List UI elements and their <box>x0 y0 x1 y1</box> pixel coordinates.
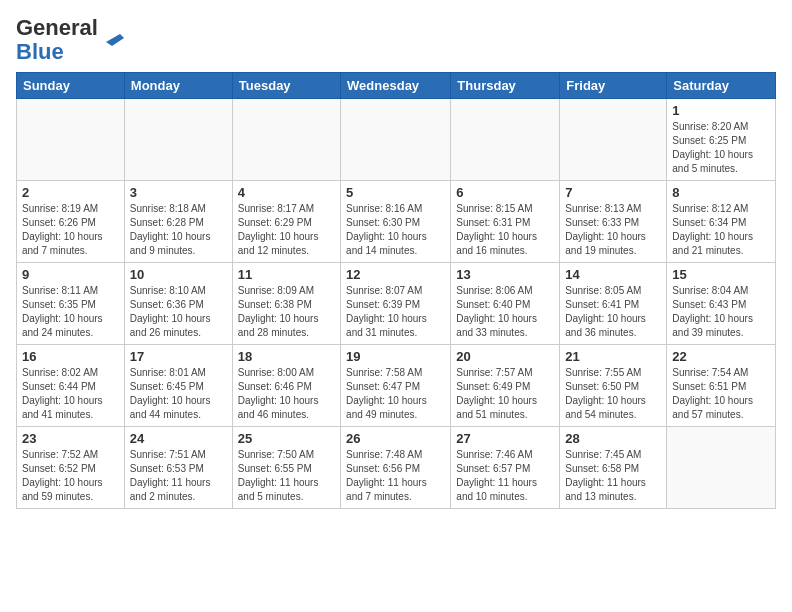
table-row: 13Sunrise: 8:06 AM Sunset: 6:40 PM Dayli… <box>451 263 560 345</box>
day-number: 26 <box>346 431 445 446</box>
table-row: 4Sunrise: 8:17 AM Sunset: 6:29 PM Daylig… <box>232 181 340 263</box>
table-row <box>17 99 125 181</box>
table-row <box>451 99 560 181</box>
day-number: 25 <box>238 431 335 446</box>
table-row: 28Sunrise: 7:45 AM Sunset: 6:58 PM Dayli… <box>560 427 667 509</box>
table-row: 7Sunrise: 8:13 AM Sunset: 6:33 PM Daylig… <box>560 181 667 263</box>
day-info: Sunrise: 8:05 AM Sunset: 6:41 PM Dayligh… <box>565 284 661 340</box>
day-info: Sunrise: 8:10 AM Sunset: 6:36 PM Dayligh… <box>130 284 227 340</box>
table-row <box>232 99 340 181</box>
table-row: 9Sunrise: 8:11 AM Sunset: 6:35 PM Daylig… <box>17 263 125 345</box>
table-row: 17Sunrise: 8:01 AM Sunset: 6:45 PM Dayli… <box>124 345 232 427</box>
table-row: 15Sunrise: 8:04 AM Sunset: 6:43 PM Dayli… <box>667 263 776 345</box>
day-info: Sunrise: 7:51 AM Sunset: 6:53 PM Dayligh… <box>130 448 227 504</box>
table-row: 8Sunrise: 8:12 AM Sunset: 6:34 PM Daylig… <box>667 181 776 263</box>
day-number: 9 <box>22 267 119 282</box>
day-info: Sunrise: 7:45 AM Sunset: 6:58 PM Dayligh… <box>565 448 661 504</box>
day-number: 6 <box>456 185 554 200</box>
table-row: 1Sunrise: 8:20 AM Sunset: 6:25 PM Daylig… <box>667 99 776 181</box>
day-number: 24 <box>130 431 227 446</box>
table-row: 27Sunrise: 7:46 AM Sunset: 6:57 PM Dayli… <box>451 427 560 509</box>
table-row: 25Sunrise: 7:50 AM Sunset: 6:55 PM Dayli… <box>232 427 340 509</box>
table-row: 23Sunrise: 7:52 AM Sunset: 6:52 PM Dayli… <box>17 427 125 509</box>
calendar-week-row: 23Sunrise: 7:52 AM Sunset: 6:52 PM Dayli… <box>17 427 776 509</box>
table-row: 14Sunrise: 8:05 AM Sunset: 6:41 PM Dayli… <box>560 263 667 345</box>
day-info: Sunrise: 7:54 AM Sunset: 6:51 PM Dayligh… <box>672 366 770 422</box>
day-number: 23 <box>22 431 119 446</box>
table-row <box>124 99 232 181</box>
day-info: Sunrise: 8:17 AM Sunset: 6:29 PM Dayligh… <box>238 202 335 258</box>
day-info: Sunrise: 8:04 AM Sunset: 6:43 PM Dayligh… <box>672 284 770 340</box>
calendar-table: Sunday Monday Tuesday Wednesday Thursday… <box>16 72 776 509</box>
calendar-week-row: 16Sunrise: 8:02 AM Sunset: 6:44 PM Dayli… <box>17 345 776 427</box>
table-row: 22Sunrise: 7:54 AM Sunset: 6:51 PM Dayli… <box>667 345 776 427</box>
table-row: 11Sunrise: 8:09 AM Sunset: 6:38 PM Dayli… <box>232 263 340 345</box>
day-number: 12 <box>346 267 445 282</box>
table-row: 20Sunrise: 7:57 AM Sunset: 6:49 PM Dayli… <box>451 345 560 427</box>
day-number: 7 <box>565 185 661 200</box>
day-info: Sunrise: 8:20 AM Sunset: 6:25 PM Dayligh… <box>672 120 770 176</box>
col-sunday: Sunday <box>17 73 125 99</box>
day-number: 17 <box>130 349 227 364</box>
day-info: Sunrise: 8:19 AM Sunset: 6:26 PM Dayligh… <box>22 202 119 258</box>
day-info: Sunrise: 8:06 AM Sunset: 6:40 PM Dayligh… <box>456 284 554 340</box>
col-saturday: Saturday <box>667 73 776 99</box>
header: General Blue <box>16 16 776 64</box>
col-thursday: Thursday <box>451 73 560 99</box>
table-row: 26Sunrise: 7:48 AM Sunset: 6:56 PM Dayli… <box>341 427 451 509</box>
table-row: 3Sunrise: 8:18 AM Sunset: 6:28 PM Daylig… <box>124 181 232 263</box>
table-row: 10Sunrise: 8:10 AM Sunset: 6:36 PM Dayli… <box>124 263 232 345</box>
day-info: Sunrise: 8:13 AM Sunset: 6:33 PM Dayligh… <box>565 202 661 258</box>
logo-text: General Blue <box>16 16 98 64</box>
page: General Blue Sunday Monday Tuesday Wedne… <box>0 0 792 525</box>
day-number: 3 <box>130 185 227 200</box>
calendar-week-row: 9Sunrise: 8:11 AM Sunset: 6:35 PM Daylig… <box>17 263 776 345</box>
day-number: 10 <box>130 267 227 282</box>
day-info: Sunrise: 8:02 AM Sunset: 6:44 PM Dayligh… <box>22 366 119 422</box>
logo: General Blue <box>16 16 124 64</box>
day-number: 19 <box>346 349 445 364</box>
day-number: 20 <box>456 349 554 364</box>
day-number: 22 <box>672 349 770 364</box>
day-number: 16 <box>22 349 119 364</box>
day-info: Sunrise: 8:11 AM Sunset: 6:35 PM Dayligh… <box>22 284 119 340</box>
col-monday: Monday <box>124 73 232 99</box>
day-info: Sunrise: 7:57 AM Sunset: 6:49 PM Dayligh… <box>456 366 554 422</box>
logo-blue: Blue <box>16 39 64 64</box>
table-row: 12Sunrise: 8:07 AM Sunset: 6:39 PM Dayli… <box>341 263 451 345</box>
day-number: 11 <box>238 267 335 282</box>
svg-marker-0 <box>106 34 124 46</box>
day-number: 27 <box>456 431 554 446</box>
table-row: 21Sunrise: 7:55 AM Sunset: 6:50 PM Dayli… <box>560 345 667 427</box>
day-number: 18 <box>238 349 335 364</box>
day-number: 2 <box>22 185 119 200</box>
day-info: Sunrise: 7:52 AM Sunset: 6:52 PM Dayligh… <box>22 448 119 504</box>
day-info: Sunrise: 7:58 AM Sunset: 6:47 PM Dayligh… <box>346 366 445 422</box>
day-number: 14 <box>565 267 661 282</box>
day-number: 8 <box>672 185 770 200</box>
col-friday: Friday <box>560 73 667 99</box>
calendar-week-row: 1Sunrise: 8:20 AM Sunset: 6:25 PM Daylig… <box>17 99 776 181</box>
table-row: 6Sunrise: 8:15 AM Sunset: 6:31 PM Daylig… <box>451 181 560 263</box>
calendar-week-row: 2Sunrise: 8:19 AM Sunset: 6:26 PM Daylig… <box>17 181 776 263</box>
day-info: Sunrise: 8:09 AM Sunset: 6:38 PM Dayligh… <box>238 284 335 340</box>
logo-general: General <box>16 15 98 40</box>
day-info: Sunrise: 8:15 AM Sunset: 6:31 PM Dayligh… <box>456 202 554 258</box>
day-info: Sunrise: 8:18 AM Sunset: 6:28 PM Dayligh… <box>130 202 227 258</box>
day-info: Sunrise: 7:48 AM Sunset: 6:56 PM Dayligh… <box>346 448 445 504</box>
table-row <box>341 99 451 181</box>
table-row <box>667 427 776 509</box>
day-info: Sunrise: 8:00 AM Sunset: 6:46 PM Dayligh… <box>238 366 335 422</box>
logo-icon <box>102 24 124 46</box>
day-info: Sunrise: 7:46 AM Sunset: 6:57 PM Dayligh… <box>456 448 554 504</box>
day-info: Sunrise: 8:07 AM Sunset: 6:39 PM Dayligh… <box>346 284 445 340</box>
col-wednesday: Wednesday <box>341 73 451 99</box>
day-info: Sunrise: 7:55 AM Sunset: 6:50 PM Dayligh… <box>565 366 661 422</box>
table-row: 19Sunrise: 7:58 AM Sunset: 6:47 PM Dayli… <box>341 345 451 427</box>
table-row: 24Sunrise: 7:51 AM Sunset: 6:53 PM Dayli… <box>124 427 232 509</box>
calendar-header-row: Sunday Monday Tuesday Wednesday Thursday… <box>17 73 776 99</box>
table-row: 18Sunrise: 8:00 AM Sunset: 6:46 PM Dayli… <box>232 345 340 427</box>
day-number: 5 <box>346 185 445 200</box>
day-info: Sunrise: 7:50 AM Sunset: 6:55 PM Dayligh… <box>238 448 335 504</box>
table-row: 2Sunrise: 8:19 AM Sunset: 6:26 PM Daylig… <box>17 181 125 263</box>
